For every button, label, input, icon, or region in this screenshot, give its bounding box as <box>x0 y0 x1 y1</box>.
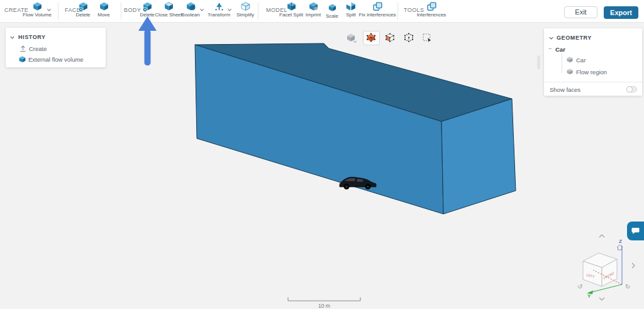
body-cube-icon <box>566 56 574 64</box>
vertex-select-mode-icon[interactable] <box>404 33 414 43</box>
view-mode-chevron-icon[interactable] <box>353 40 357 44</box>
geometry-panel-title: GEOMETRY <box>557 35 592 41</box>
panel-divider <box>544 82 642 82</box>
transform-icon <box>214 1 225 12</box>
nav-chevron-down-icon[interactable] <box>599 298 604 300</box>
export-button[interactable]: Export <box>604 6 638 19</box>
toolbar-separator <box>58 3 58 20</box>
nav-chevron-up-icon[interactable] <box>599 235 604 237</box>
tree-collapse-minus[interactable]: − <box>548 45 552 52</box>
close-sheet-icon <box>164 1 174 12</box>
y-axis-label: Y <box>587 293 591 299</box>
history-collapse-chevron-icon[interactable] <box>9 35 15 40</box>
annotation-arrow <box>138 16 158 67</box>
history-panel-title: HISTORY <box>18 34 46 40</box>
toolbar-separator <box>121 3 121 20</box>
facet-split-icon <box>286 1 297 12</box>
face-move-icon <box>99 1 109 12</box>
nav-chevron-right-icon[interactable] <box>632 263 635 268</box>
main-toolbar: CREATE FACE BODY MODEL TOOLS Flow Volume… <box>0 0 644 23</box>
scale-bar <box>288 298 360 301</box>
rotate-ccw-icon[interactable]: ↺ <box>577 283 582 290</box>
show-faces-toggle[interactable] <box>626 86 637 93</box>
geometry-root-car[interactable]: Car <box>555 46 565 53</box>
y-axis-line <box>591 284 622 293</box>
flow-volume-icon <box>32 1 43 12</box>
history-panel: HISTORY Create External flow volume <box>6 28 106 67</box>
chat-button[interactable] <box>627 222 644 240</box>
scale-icon <box>328 3 337 13</box>
face-select-mode-icon[interactable] <box>385 33 395 43</box>
show-faces-label: Show faces <box>550 86 580 93</box>
simplify-icon <box>240 1 251 12</box>
geometry-panel: GEOMETRY − Car Car Flow region Show face… <box>544 28 642 96</box>
exit-button[interactable]: Exit <box>564 6 597 18</box>
fix-interferences-icon <box>372 1 383 12</box>
boolean-icon <box>186 1 196 12</box>
z-axis-label: Z <box>619 239 622 244</box>
panel-resize-handle[interactable] <box>537 55 540 69</box>
fix-interferences-button[interactable]: Fix interferences <box>352 1 402 18</box>
flow-volume-dropdown-chevron-icon[interactable] <box>47 8 52 13</box>
face-delete-icon <box>78 1 89 12</box>
simplify-button[interactable]: Simplify <box>231 1 259 18</box>
rotate-cw-icon[interactable]: ↻ <box>625 283 630 290</box>
box-select-icon[interactable] <box>422 33 432 43</box>
tree-guide-line <box>562 53 562 73</box>
geometry-collapse-chevron-icon[interactable] <box>548 35 554 41</box>
face-move-button[interactable]: Move <box>91 1 116 18</box>
interferences-icon <box>426 1 437 12</box>
upload-icon <box>19 45 26 52</box>
interferences-button[interactable]: Interferences <box>409 1 453 18</box>
navigation-cube[interactable]: Z LEFT FRONT Y <box>577 232 644 308</box>
chat-bubble-icon <box>631 227 640 235</box>
imprint-icon <box>308 1 319 12</box>
scale-bar-label: 10 m <box>307 303 341 309</box>
body-select-mode-icon[interactable] <box>366 33 376 43</box>
body-cube-icon <box>566 68 574 76</box>
flow-volume-box[interactable] <box>195 43 516 214</box>
nav-cube-body[interactable] <box>583 253 617 286</box>
flow-volume-cube-icon <box>18 55 26 64</box>
